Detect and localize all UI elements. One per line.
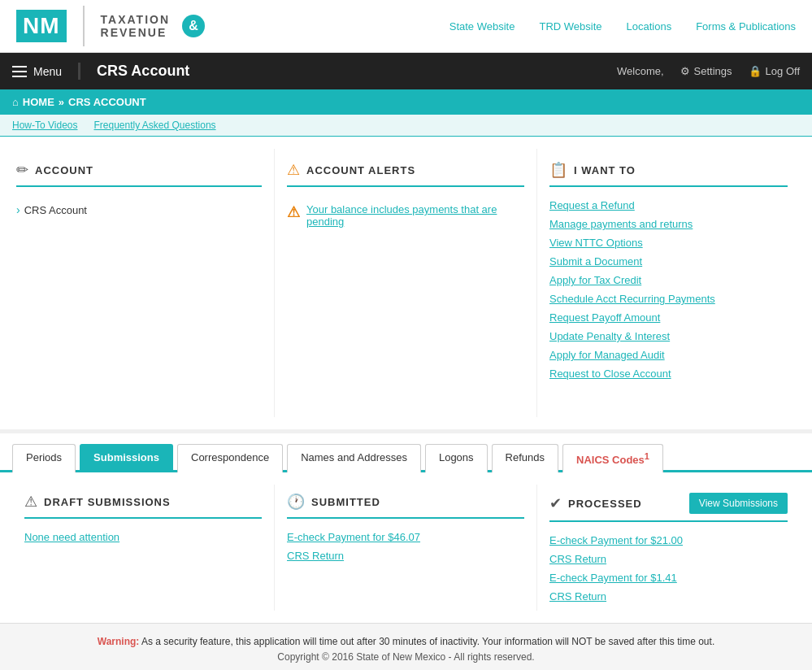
ampersand-logo: & [182,15,205,37]
menu-icon[interactable] [12,66,27,77]
menu-label[interactable]: Menu [33,65,62,78]
iwantto-title: I WANT TO [574,164,636,176]
warning-text: As a security feature, this application … [141,636,714,647]
account-title: ACCOUNT [35,164,93,176]
account-header: ✏ ACCOUNT [16,161,262,187]
submitted-title: SUBMITTED [311,496,380,508]
tabs-area: Periods Submissions Correspondence Names… [0,433,812,472]
breadcrumb: ⌂ HOME » CRS ACCOUNT [0,89,812,115]
logo-divider [83,6,85,46]
page-title: CRS Account [78,63,189,80]
breadcrumb-current: CRS ACCOUNT [68,96,146,108]
top-nav-links: State Website TRD Website Locations Form… [449,20,796,33]
welcome-text: Welcome, [617,65,664,77]
bottom-content: ⚠ DRAFT SUBMISSIONS None need attention … [0,472,812,623]
faq-link[interactable]: Frequently Asked Questions [93,120,215,131]
schedule-payments-link[interactable]: Schedule Acct Recurring Payments [549,293,788,305]
tab-naics-codes[interactable]: NAICS Codes1 [562,444,663,472]
lock-icon: 🔒 [749,65,762,77]
alert-header-icon: ⚠ [287,161,300,179]
view-nttc-link[interactable]: View NTTC Options [549,237,788,249]
gear-icon: ⚙ [680,65,690,77]
processed-icon: ✔ [549,494,562,512]
alert-link[interactable]: Your balance includes payments that are … [306,203,524,228]
submitted-section: 🕐 SUBMITTED E-check Payment for $46.07 C… [275,485,537,611]
draft-title: DRAFT SUBMISSIONS [44,496,171,508]
how-to-videos-link[interactable]: How-To Videos [12,120,77,131]
draft-header: ⚠ DRAFT SUBMISSIONS [24,493,262,519]
footer: Warning: As a security feature, this app… [0,623,812,670]
draft-icon: ⚠ [24,493,37,511]
alerts-header: ⚠ ACCOUNT ALERTS [287,161,524,187]
request-payoff-link[interactable]: Request Payoff Amount [549,311,788,324]
settings-link[interactable]: ⚙ Settings [680,65,732,77]
update-penalty-link[interactable]: Update Penalty & Interest [549,330,788,342]
top-navigation: NM TAXATION REVENUE & State Website TRD … [0,0,812,53]
submitted-links: E-check Payment for $46.07 CRS Return [287,531,524,562]
submit-document-link[interactable]: Submit a Document [549,255,788,268]
tab-refunds[interactable]: Refunds [492,444,558,472]
tab-names-addresses[interactable]: Names and Addresses [287,444,421,472]
logout-link[interactable]: 🔒 Log Off [749,65,800,77]
draft-section: ⚠ DRAFT SUBMISSIONS None need attention [12,485,275,611]
processed-section: ✔ PROCESSED View Submissions E-check Pay… [537,485,800,611]
tab-submissions[interactable]: Submissions [80,444,173,472]
echeck-141-link[interactable]: E-check Payment for $1.41 [549,572,788,584]
trd-website-link[interactable]: TRD Website [539,20,601,33]
crs-return-submitted-link[interactable]: CRS Return [287,550,524,562]
echeck-46-link[interactable]: E-check Payment for $46.07 [287,531,524,543]
header-bar: Menu CRS Account Welcome, ⚙ Settings 🔒 L… [0,53,812,89]
view-submissions-button[interactable]: View Submissions [689,493,788,514]
crs-return-processed-link-2[interactable]: CRS Return [549,590,788,603]
close-account-link[interactable]: Request to Close Account [549,368,788,380]
tab-logons[interactable]: Logons [425,444,488,472]
crs-return-processed-link-1[interactable]: CRS Return [549,553,788,565]
breadcrumb-home[interactable]: HOME [23,96,54,108]
submitted-header: 🕐 SUBMITTED [287,493,524,519]
account-section: ✏ ACCOUNT › CRS Account [12,149,275,417]
echeck-21-link[interactable]: E-check Payment for $21.00 [549,534,788,546]
managed-audit-link[interactable]: Apply for Managed Audit [549,349,788,361]
naics-badge: 1 [645,451,649,461]
manage-payments-link[interactable]: Manage payments and returns [549,218,788,230]
alert-item: ⚠ Your balance includes payments that ar… [287,199,524,232]
processed-title: PROCESSED [568,498,642,510]
naics-label: NAICS Codes [576,454,645,466]
logo-area: NM TAXATION REVENUE & [16,6,205,46]
taxation-revenue-text: TAXATION REVENUE [101,13,170,39]
nm-logo: NM [16,10,67,42]
none-need-attention-link[interactable]: None need attention [24,531,262,543]
processed-links: E-check Payment for $21.00 CRS Return E-… [549,534,788,603]
processed-header: ✔ PROCESSED View Submissions [549,493,788,522]
apply-tax-credit-link[interactable]: Apply for Tax Credit [549,274,788,286]
request-refund-link[interactable]: Request a Refund [549,199,788,211]
draft-links: None need attention [24,531,262,543]
home-icon: ⌂ [12,96,19,108]
warning-icon: ⚠ [287,203,300,221]
list-icon: 📋 [549,161,567,179]
main-content: ✏ ACCOUNT › CRS Account ⚠ ACCOUNT ALERTS… [0,137,812,429]
tab-periods[interactable]: Periods [12,444,76,472]
submitted-icon: 🕐 [287,493,305,511]
warning-label: Warning: [98,636,140,647]
sub-navigation: How-To Videos Frequently Asked Questions [0,115,812,137]
header-right: Welcome, ⚙ Settings 🔒 Log Off [617,65,800,77]
crs-account-label: CRS Account [24,204,87,216]
alerts-section: ⚠ ACCOUNT ALERTS ⚠ Your balance includes… [275,149,537,417]
forms-publications-link[interactable]: Forms & Publications [696,20,796,33]
iwantto-links: Request a Refund Manage payments and ret… [549,199,788,380]
chevron-right-icon: › [16,203,20,216]
footer-copyright: Copyright © 2016 State of New Mexico - A… [12,651,800,663]
locations-link[interactable]: Locations [627,20,672,33]
iwantto-header: 📋 I WANT TO [549,161,788,187]
account-icon: ✏ [16,161,28,179]
tab-correspondence[interactable]: Correspondence [177,444,283,472]
alerts-title: ACCOUNT ALERTS [306,164,415,176]
footer-warning: Warning: As a security feature, this app… [12,636,800,647]
crs-account-item[interactable]: › CRS Account [16,199,262,220]
breadcrumb-separator: » [59,96,64,108]
iwantto-section: 📋 I WANT TO Request a Refund Manage paym… [537,149,800,417]
state-website-link[interactable]: State Website [449,20,515,33]
